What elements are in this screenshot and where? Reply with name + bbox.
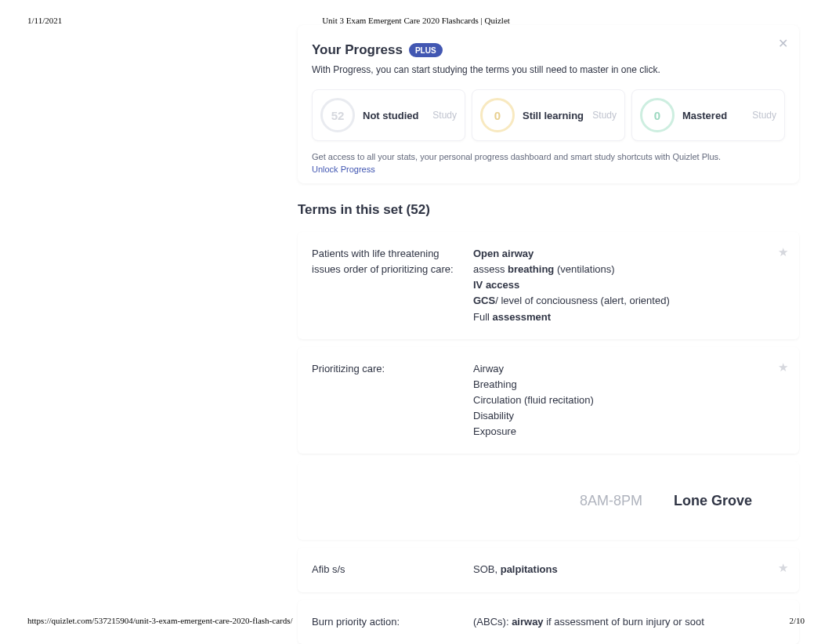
star-icon[interactable]: ★ xyxy=(778,559,788,577)
progress-title: Your Progress xyxy=(312,42,403,58)
print-title: Unit 3 Exam Emergent Care 2020 Flashcard… xyxy=(0,16,832,25)
progress-subtitle: With Progress, you can start studying th… xyxy=(312,64,785,75)
star-icon[interactable]: ★ xyxy=(778,243,788,261)
flashcard-definition: Open airwayassess breathing (ventilation… xyxy=(473,246,765,325)
progress-label: Mastered xyxy=(682,110,752,121)
unlock-progress-link[interactable]: Unlock Progress xyxy=(312,165,785,174)
flashcard-definition: SOB, palpitations xyxy=(473,562,765,577)
flashcard-definition: (ABCs): airway if assessment of burn inj… xyxy=(473,614,765,630)
flashcard-row[interactable]: ★ Patients with life threatening issues … xyxy=(298,232,799,339)
progress-count: 52 xyxy=(320,98,355,132)
flashcard-term: Afib s/s xyxy=(312,562,473,577)
terms-heading: Terms in this set (52) xyxy=(298,202,799,218)
progress-card-still-learning[interactable]: 0 Still learning Study xyxy=(472,89,625,141)
progress-label: Not studied xyxy=(363,110,432,121)
ad-block: 8AM-8PM Lone Grove xyxy=(298,461,799,540)
study-link[interactable]: Study xyxy=(432,110,457,121)
star-icon[interactable]: ★ xyxy=(778,358,788,376)
ad-hours: 8AM-8PM xyxy=(580,493,642,509)
your-progress-panel: ✕ Your Progress PLUS With Progress, you … xyxy=(298,25,799,183)
flashcard-row[interactable]: ★ Prioritizing care: AirwayBreathingCirc… xyxy=(298,347,799,454)
progress-count: 0 xyxy=(640,98,675,132)
close-icon[interactable]: ✕ xyxy=(778,36,788,51)
print-page-number: 2/10 xyxy=(789,616,805,625)
upsell-text: Get access to all your stats, your perso… xyxy=(312,152,785,161)
plus-badge: PLUS xyxy=(409,43,443,57)
flashcard-term: Patients with life threatening issues or… xyxy=(312,246,473,325)
progress-cards: 52 Not studied Study 0 Still learning St… xyxy=(312,89,785,141)
flashcard-definition: AirwayBreathingCirculation (fluid recita… xyxy=(473,361,765,440)
ad-location: Lone Grove xyxy=(674,493,752,509)
flashcard-row[interactable]: Burn priority action: (ABCs): airway if … xyxy=(298,600,799,644)
flashcard-term: Prioritizing care: xyxy=(312,361,473,440)
study-link[interactable]: Study xyxy=(592,110,617,121)
study-link[interactable]: Study xyxy=(752,110,776,121)
print-url: https://quizlet.com/537215904/unit-3-exa… xyxy=(27,616,293,625)
progress-card-not-studied[interactable]: 52 Not studied Study xyxy=(312,89,465,141)
progress-card-mastered[interactable]: 0 Mastered Study xyxy=(631,89,785,141)
main-content: ✕ Your Progress PLUS With Progress, you … xyxy=(298,25,799,644)
progress-count: 0 xyxy=(480,98,515,132)
flashcard-term: Burn priority action: xyxy=(312,614,473,630)
progress-label: Still learning xyxy=(523,110,592,121)
progress-title-row: Your Progress PLUS xyxy=(312,42,785,58)
flashcard-row[interactable]: ★ Afib s/s SOB, palpitations xyxy=(298,548,799,592)
